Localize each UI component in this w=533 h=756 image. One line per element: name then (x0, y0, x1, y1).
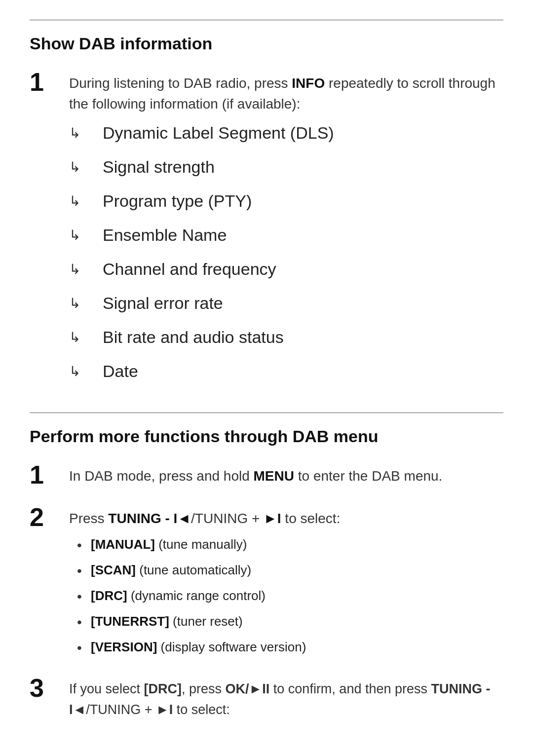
list-item: ↳ Bit rate and audio status (69, 325, 503, 350)
section1-step1: 1 During listening to DAB radio, press I… (30, 69, 503, 393)
item-dls: Dynamic Label Segment (DLS) (103, 120, 334, 146)
section2-step2-number: 2 (30, 504, 69, 530)
section2-step1: 1 In DAB mode, press and hold MENU to en… (30, 462, 503, 492)
dot-icon: • (77, 561, 91, 581)
step1-intro: During listening to DAB radio, press INF… (69, 73, 503, 114)
list-item: ↳ Signal strength (69, 154, 503, 180)
item-date: Date (103, 359, 138, 384)
item-channel-freq: Channel and frequency (103, 257, 276, 282)
dab-info-list: ↳ Dynamic Label Segment (DLS) ↳ Signal s… (69, 120, 503, 384)
option-tunerrst: [TUNERRST] (tuner reset) (91, 612, 243, 631)
item-bit-rate: Bit rate and audio status (103, 325, 284, 350)
item-signal-error: Signal error rate (103, 291, 223, 316)
list-item: ↳ Date (69, 359, 503, 384)
arrow-icon: ↳ (69, 157, 93, 178)
arrow-icon: ↳ (69, 259, 93, 280)
section2-step1-number: 1 (30, 462, 69, 488)
step1-content: During listening to DAB radio, press INF… (69, 69, 503, 393)
arrow-icon: ↳ (69, 225, 93, 246)
list-item: • [SCAN] (tune automatically) (77, 561, 503, 581)
section2-step3-text: If you select [DRC], press OK/►II to con… (69, 679, 503, 720)
list-item: • [MANUAL] (tune manually) (77, 535, 503, 556)
section1-title: Show DAB information (30, 34, 503, 53)
arrow-icon: ↳ (69, 293, 93, 314)
arrow-icon: ↳ (69, 327, 93, 348)
top-divider (30, 20, 503, 20)
list-item: ↳ Ensemble Name (69, 223, 503, 248)
section2-step3: 3 If you select [DRC], press OK/►II to c… (30, 675, 503, 720)
option-manual: [MANUAL] (tune manually) (91, 535, 247, 554)
arrow-icon: ↳ (69, 361, 93, 382)
section2-step2: 2 Press TUNING - I◄/TUNING + ►I to selec… (30, 504, 503, 663)
section2-step1-content: In DAB mode, press and hold MENU to ente… (69, 462, 503, 492)
dot-icon: • (77, 586, 91, 607)
section-divider (30, 413, 503, 413)
list-item: • [VERSION] (display software version) (77, 638, 503, 658)
option-scan: [SCAN] (tune automatically) (91, 561, 251, 580)
list-item: ↳ Signal error rate (69, 291, 503, 316)
tuning-options-list: • [MANUAL] (tune manually) • [SCAN] (tun… (77, 535, 503, 658)
option-drc: [DRC] (dynamic range control) (91, 586, 266, 605)
section2-step1-text: In DAB mode, press and hold MENU to ente… (69, 466, 503, 487)
list-item: • [TUNERRST] (tuner reset) (77, 612, 503, 633)
dot-icon: • (77, 612, 91, 633)
arrow-icon: ↳ (69, 123, 93, 144)
dot-icon: • (77, 638, 91, 658)
item-signal-strength: Signal strength (103, 154, 215, 180)
section2-title: Perform more functions through DAB menu (30, 427, 503, 446)
section2-step3-content: If you select [DRC], press OK/►II to con… (69, 675, 503, 720)
list-item: ↳ Program type (PTY) (69, 189, 503, 214)
list-item: • [DRC] (dynamic range control) (77, 586, 503, 607)
section2-step2-content: Press TUNING - I◄/TUNING + ►I to select:… (69, 504, 503, 663)
list-item: ↳ Dynamic Label Segment (DLS) (69, 120, 503, 146)
option-version: [VERSION] (display software version) (91, 638, 306, 657)
list-item: ↳ Channel and frequency (69, 257, 503, 282)
item-ensemble-name: Ensemble Name (103, 223, 227, 248)
dot-icon: • (77, 535, 91, 556)
step1-number: 1 (30, 69, 69, 95)
arrow-icon: ↳ (69, 191, 93, 212)
section2-step3-number: 3 (30, 675, 69, 701)
item-program-type: Program type (PTY) (103, 189, 252, 214)
section2-step2-text: Press TUNING - I◄/TUNING + ►I to select: (69, 508, 503, 529)
